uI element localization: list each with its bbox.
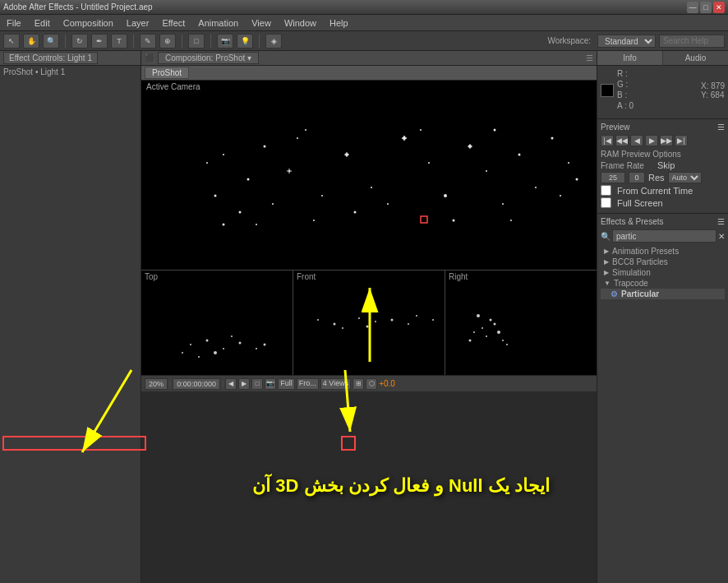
- menu-window[interactable]: Window: [281, 18, 320, 28]
- comp-tb-mask[interactable]: ⬡: [366, 378, 377, 390]
- maximize-button[interactable]: □: [700, 2, 712, 13]
- pen-tool[interactable]: ✒: [91, 34, 108, 49]
- svg-point-59: [416, 315, 417, 317]
- zoom-tool[interactable]: 🔍: [43, 34, 59, 49]
- puppet-tool[interactable]: ◈: [265, 34, 282, 49]
- effect-controls-tab[interactable]: Effect Controls: Light 1: [3, 52, 98, 64]
- svg-point-32: [453, 220, 455, 222]
- svg-point-35: [223, 224, 225, 226]
- camera-tool[interactable]: 📷: [217, 34, 233, 49]
- full-screen-checkbox[interactable]: [601, 197, 611, 208]
- view-front-label: Front: [297, 272, 316, 281]
- svg-point-10: [223, 154, 224, 155]
- svg-point-5: [428, 162, 430, 164]
- brush-tool[interactable]: ✎: [140, 34, 156, 49]
- prev-play[interactable]: ▶: [645, 135, 658, 146]
- ep-header: Effects & Presets ☰: [601, 217, 725, 226]
- info-y: Y: 684: [701, 90, 725, 99]
- prev-first[interactable]: |◀: [601, 135, 614, 146]
- svg-point-69: [497, 331, 500, 334]
- ep-bcc8[interactable]: ▶ BCC8 Particles: [601, 257, 725, 267]
- rotate-tool[interactable]: ↻: [71, 34, 88, 49]
- from-current-checkbox[interactable]: [601, 185, 611, 196]
- select-tool[interactable]: ↖: [3, 34, 20, 49]
- menu-file[interactable]: File: [3, 18, 25, 28]
- main-viewport: Active Camera: [141, 81, 597, 270]
- text-tool[interactable]: T: [111, 34, 127, 49]
- workspace-dropdown[interactable]: Standard: [597, 35, 656, 48]
- skip-input[interactable]: [629, 172, 645, 183]
- prev-back[interactable]: ◀: [630, 135, 643, 146]
- hand-tool[interactable]: ✋: [23, 34, 39, 49]
- info-tab[interactable]: Info: [597, 51, 662, 66]
- ep-simulation[interactable]: ▶ Simulation: [601, 267, 725, 278]
- timecode-btn[interactable]: 0:00:00:000: [173, 378, 220, 390]
- toolbar-separator-2: [133, 35, 134, 48]
- ep-arrow-sim: ▶: [604, 269, 609, 276]
- svg-point-6: [371, 187, 372, 188]
- left-panel: Effect Controls: Light 1 ProShot • Light…: [0, 51, 141, 583]
- comp-tb-icon4[interactable]: 📷: [265, 378, 276, 390]
- comp-tab[interactable]: Composition: ProShot ▾: [158, 52, 259, 64]
- effect-controls-header: Effect Controls: Light 1: [0, 51, 141, 66]
- preview-menu[interactable]: ☰: [717, 123, 725, 132]
- effect-controls-subheader: ProShot • Light 1: [0, 66, 141, 78]
- quality-dropdown[interactable]: Full: [278, 378, 295, 390]
- menu-edit[interactable]: Edit: [31, 18, 53, 28]
- window-controls: — □ ✕: [687, 2, 725, 13]
- toolbar-separator-5: [259, 35, 260, 48]
- time-offset: +0.0: [379, 379, 395, 388]
- ram-preview-option[interactable]: RAM Preview Options: [601, 150, 725, 159]
- view-dropdown[interactable]: Fro...: [297, 378, 319, 390]
- shape-tool[interactable]: □: [188, 34, 205, 49]
- comp-panel-menu[interactable]: ☰: [586, 53, 593, 62]
- svg-point-60: [342, 327, 343, 329]
- comp-tb-icon3[interactable]: □: [251, 378, 263, 390]
- clone-tool[interactable]: ⊕: [159, 34, 176, 49]
- prev-last[interactable]: ▶|: [675, 135, 688, 146]
- menu-help[interactable]: Help: [326, 18, 352, 28]
- frame-rate-input[interactable]: [601, 172, 625, 183]
- menu-effect[interactable]: Effect: [159, 18, 188, 28]
- ep-animation-presets[interactable]: ▶ Animation Presets: [601, 246, 725, 257]
- audio-tab[interactable]: Audio: [663, 51, 728, 66]
- resolution-dropdown[interactable]: Auto: [668, 172, 702, 183]
- color-swatch: [601, 84, 614, 97]
- light-tool[interactable]: 💡: [237, 34, 253, 49]
- info-a-row: A : 0: [617, 101, 634, 110]
- effects-presets-panel: Effects & Presets ☰ 🔍 ✕ ▶ Animation Pres…: [597, 213, 728, 303]
- proshot-tab-bar: ProShot: [141, 66, 597, 81]
- menu-animation[interactable]: Animation: [195, 18, 242, 28]
- toolbar-separator-4: [210, 35, 211, 48]
- comp-tb-grid[interactable]: ⊞: [352, 378, 364, 390]
- minimize-button[interactable]: —: [687, 2, 698, 13]
- info-b-row: B :: [617, 90, 634, 99]
- ep-clear[interactable]: ✕: [718, 232, 725, 241]
- search-help-input[interactable]: [659, 35, 725, 48]
- tb-sep2: |: [222, 380, 223, 388]
- menu-layer[interactable]: Layer: [123, 18, 153, 28]
- info-x: X: 879: [701, 81, 725, 90]
- ep-arrow-trapcode: ▼: [604, 280, 611, 287]
- ep-menu[interactable]: ☰: [717, 217, 725, 226]
- ep-particular[interactable]: ⚙ Particular: [601, 289, 725, 299]
- info-r-row: R :: [617, 69, 634, 78]
- proshot-tab[interactable]: ProShot: [145, 67, 189, 79]
- ep-trapcode[interactable]: ▼ Trapcode: [601, 278, 725, 289]
- views-dropdown[interactable]: 4 Views: [320, 378, 351, 390]
- prev-forward[interactable]: ▶▶: [660, 135, 673, 146]
- svg-point-46: [223, 348, 224, 349]
- ep-arrow-animation: ▶: [604, 248, 609, 255]
- close-button[interactable]: ✕: [713, 2, 725, 13]
- prev-prev[interactable]: ◀◀: [615, 135, 629, 146]
- svg-point-45: [206, 340, 209, 342]
- zoom-btn[interactable]: 20%: [145, 378, 168, 390]
- view-right-label: Right: [449, 272, 468, 281]
- comp-tb-icon1[interactable]: ◀: [225, 378, 237, 390]
- info-g-row: G :: [617, 80, 634, 89]
- menu-view[interactable]: View: [248, 18, 274, 28]
- info-panel: R : G : B : A : 0 X: 879 Y: 684: [597, 66, 728, 118]
- comp-tb-icon2[interactable]: ▶: [238, 378, 250, 390]
- menu-composition[interactable]: Composition: [60, 18, 117, 28]
- effects-search-input[interactable]: [612, 229, 716, 243]
